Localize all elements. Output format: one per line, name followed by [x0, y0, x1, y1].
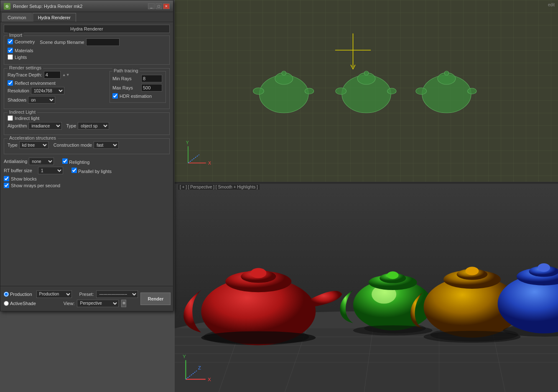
svg-point-49: [466, 267, 479, 275]
scene-dump-label: Scene dump filename: [40, 40, 84, 45]
render-button[interactable]: Render: [140, 293, 171, 305]
panel-header: Hydra Renderer: [4, 25, 170, 33]
type-label-indirect: Type: [66, 123, 76, 128]
svg-point-61: [353, 325, 433, 335]
antialiasing-select[interactable]: none 2x 4x: [29, 158, 54, 165]
accel-type-label: Type: [8, 143, 18, 148]
production-select[interactable]: Production: [36, 290, 72, 298]
acceleration-group: Acceleration structures Type kd tree bvh…: [4, 138, 170, 154]
show-mrays-row: Show mrays per second: [4, 183, 170, 188]
viewport-divider: [175, 182, 558, 184]
materials-checkbox[interactable]: [8, 48, 13, 53]
hdr-label: HDR estimation: [120, 94, 152, 99]
svg-point-44: [387, 271, 398, 279]
close-button[interactable]: ✕: [163, 3, 170, 9]
raytrace-row: RayTrace Depth: ▲▼: [8, 71, 106, 79]
algorithm-row: Algorithm irradiance path tracing Type o…: [8, 122, 166, 130]
lights-checkbox[interactable]: [8, 54, 13, 60]
minimize-button[interactable]: _: [148, 3, 155, 9]
lights-label: Lights: [15, 55, 27, 60]
title-left: G Render Setup: Hydra Render mk2: [4, 3, 82, 10]
show-mrays-checkbox[interactable]: [4, 183, 9, 188]
svg-text:X: X: [208, 377, 211, 382]
accel-type-select[interactable]: kd tree bvh: [19, 141, 48, 149]
activeshade-radio[interactable]: [4, 301, 9, 306]
svg-point-38: [250, 268, 266, 278]
dialog-bottom-bar: Production Production Preset: ----------…: [0, 286, 173, 311]
relighting-label: Relighting: [69, 160, 89, 165]
relighting-container: Relighting: [62, 158, 89, 165]
show-blocks-checkbox[interactable]: [4, 176, 9, 181]
svg-point-11: [364, 71, 369, 75]
rt-buffer-row: RT buffer size 1 2 4 Parallel by lights: [4, 167, 170, 174]
rt-buffer-select[interactable]: 1 2 4: [38, 167, 63, 174]
perspective-svg: X Y Z: [175, 184, 558, 392]
accel-type-row: Type kd tree bvh Construction mode fast …: [8, 141, 166, 149]
render-settings-label: Render settings: [8, 65, 43, 70]
render-setup-dialog: G Render Setup: Hydra Render mk2 _ □ ✕ C…: [0, 0, 173, 311]
show-mrays-label: Show mrays per second: [11, 183, 60, 188]
activeshade-row: ActiveShade View: Perspective Top Front …: [4, 300, 138, 307]
parallel-lights-checkbox[interactable]: [71, 168, 77, 173]
shadows-row: Shadows on off: [8, 96, 106, 104]
geometry-row: Geometry Scene dump filename C:/[Derp]/p…: [8, 38, 166, 46]
raytrace-spinner[interactable]: ▲▼: [62, 73, 70, 77]
top-viewport-svg: X Y: [175, 0, 558, 182]
shadows-label: Shadows: [8, 97, 26, 102]
view-select[interactable]: Perspective Top Front: [77, 300, 119, 307]
indirect-light-checkbox[interactable]: [8, 115, 13, 121]
geometry-label: Geometry: [15, 39, 35, 44]
indirect-light-check-label: Indirect light: [15, 116, 39, 121]
type-select-indirect[interactable]: object sp screen sp: [78, 122, 109, 130]
production-radio[interactable]: [4, 292, 9, 297]
panel-content: Hydra Renderer Import Geometry Scene dum…: [0, 22, 173, 295]
relighting-checkbox[interactable]: [62, 158, 68, 164]
algorithm-select[interactable]: irradiance path tracing: [28, 122, 62, 130]
acceleration-label: Acceleration structures: [8, 135, 58, 140]
viewport-bottom[interactable]: X Y Z: [175, 184, 558, 392]
svg-point-54: [538, 263, 550, 272]
preset-label: Preset:: [79, 292, 94, 297]
reflect-env-checkbox[interactable]: [8, 80, 13, 86]
production-row: Production Production Preset: ----------…: [4, 290, 138, 298]
algorithm-label: Algorithm: [8, 123, 27, 128]
shadows-select[interactable]: on off: [28, 96, 55, 104]
path-tracing-label: Path tracing: [112, 68, 140, 73]
rt-buffer-label: RT buffer size: [4, 168, 32, 173]
indirect-light-label: Indirect Light: [8, 109, 37, 115]
viewport-area: edit: [175, 0, 558, 392]
svg-text:Y: Y: [186, 140, 189, 145]
resolution-select[interactable]: 1024x768 640x480 1280x720: [31, 87, 64, 94]
scene-dump-input[interactable]: C:/[Derp]/plu: [86, 38, 120, 46]
max-rays-input[interactable]: [141, 84, 162, 92]
preset-select[interactable]: --------------------: [96, 290, 138, 298]
antialiasing-row: Antialiasing none 2x 4x Relighting: [4, 158, 170, 165]
min-rays-input[interactable]: [141, 75, 162, 82]
indirect-light-group: Indirect Light Indirect light Algorithm …: [4, 112, 170, 135]
activeshade-label: ActiveShade: [10, 301, 36, 306]
svg-point-14: [468, 88, 476, 94]
geometry-checkbox[interactable]: [8, 39, 13, 44]
maximize-button[interactable]: □: [155, 3, 162, 9]
parallel-lights-container: Parallel by lights: [71, 168, 112, 174]
antialiasing-label: Antialiasing: [4, 159, 27, 164]
render-left-col: RayTrace Depth: ▲▼ Reflect environment R…: [8, 71, 106, 105]
tab-hydra-renderer[interactable]: Hydra Renderer: [33, 13, 76, 22]
raytrace-depth-input[interactable]: [44, 71, 61, 79]
hdr-checkbox[interactable]: [112, 93, 118, 99]
svg-point-60: [201, 331, 316, 344]
tab-common[interactable]: Common: [2, 13, 32, 22]
production-radio-label[interactable]: Production: [4, 292, 32, 297]
resolution-row: Resolution 1024x768 640x480 1280x720: [8, 87, 106, 94]
tab-bar: Common Hydra Renderer: [0, 12, 173, 22]
svg-point-62: [424, 331, 521, 343]
view-settings-button[interactable]: ⚙: [121, 300, 126, 307]
dialog-titlebar: G Render Setup: Hydra Render mk2 _ □ ✕: [0, 0, 173, 12]
path-tracing-group: Path tracing Min Rays Max Rays: [110, 71, 166, 103]
materials-row: Materials: [8, 48, 166, 53]
activeshade-radio-label[interactable]: ActiveShade: [4, 301, 36, 306]
viewport-top[interactable]: edit: [175, 0, 558, 182]
construction-select[interactable]: fast quality: [94, 141, 119, 149]
render-settings-group: Render settings RayTrace Depth: ▲▼ Refle…: [4, 68, 170, 109]
misc-group: Antialiasing none 2x 4x Relighting RT bu…: [4, 158, 170, 188]
